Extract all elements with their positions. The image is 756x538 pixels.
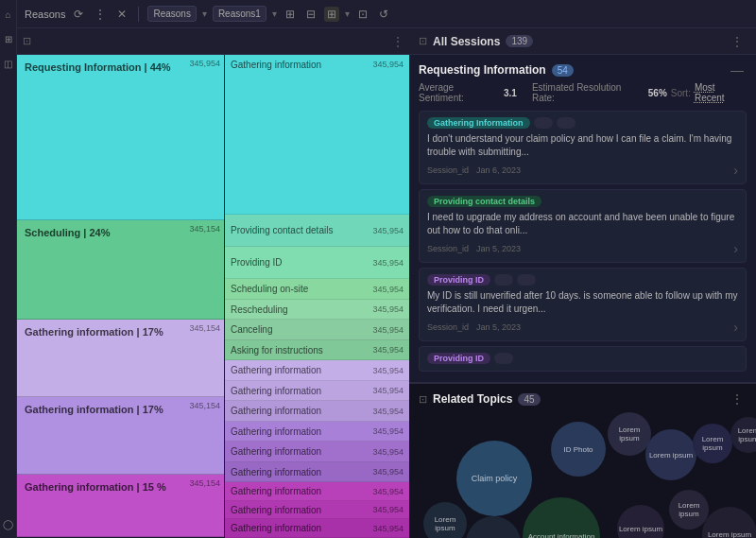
bubble-lorem1[interactable]: Lorem ipsum (608, 412, 651, 456)
session-card[interactable]: Providing ID (419, 346, 747, 372)
grid-view-icon[interactable]: ⊟ (303, 8, 318, 21)
bubble-claim-policy[interactable]: Claim policy (456, 441, 532, 516)
treemap-left-column: Requesting Information | 44% 345,954 Sch… (17, 55, 225, 538)
treemap-link-icon[interactable]: ⊡ (23, 35, 31, 47)
block-label-scheduling: Scheduling | 24% (25, 226, 111, 239)
bubble-lorem2[interactable]: Lorem ipsum (645, 429, 696, 480)
bubble-lorem4[interactable]: Lorem ipsum (730, 417, 756, 453)
sessions-count-badge: 139 (506, 35, 533, 47)
block-value-requesting: 345,954 (189, 59, 220, 68)
reset-icon[interactable]: ↺ (376, 8, 391, 21)
table-row[interactable]: Gathering information 345,954 (225, 422, 409, 442)
card-tag-extra1 (534, 117, 553, 129)
bubble-account-info[interactable]: Account information (523, 497, 600, 538)
bubble-lorem9[interactable]: Lorem ipsum (669, 490, 709, 529)
resolution-label: Estimated Resolution Rate: (532, 82, 644, 103)
sort-value[interactable]: Most Recent (695, 82, 747, 103)
bubble-lorem6[interactable]: Lorem ipsum (423, 502, 467, 538)
grid-dropdown-arrow: ▾ (345, 9, 350, 19)
home-icon[interactable]: ⌂ (2, 8, 15, 21)
sessions-link-icon[interactable]: ⊡ (419, 35, 427, 47)
table-row[interactable]: Gathering information 345,954 (225, 55, 409, 215)
session-card[interactable]: Gathering Information I don't understand… (419, 111, 747, 184)
grid-icon[interactable]: ⊞ (2, 32, 15, 45)
card-bottom-2: Session_id Jan 5, 2023 › (427, 241, 738, 256)
toolbar: Reasons ⟳ ⋮ ✕ Reasons ▾ Reasons1 ▾ ⊞ ⊟ ⊞… (17, 0, 756, 28)
block-label-gathering2: Gathering information | 17% (25, 403, 163, 416)
table-row[interactable]: Gathering information 345,954 (225, 442, 409, 461)
requesting-info-section: Requesting Information 54 — Average Sent… (409, 55, 756, 383)
resolution-value: 56% (648, 88, 667, 98)
table-row[interactable]: Asking for instructions 345,954 (225, 340, 409, 360)
ri-count-badge: 54 (552, 64, 574, 77)
session-card[interactable]: Providing ID My ID is still unverified a… (419, 268, 747, 341)
card-bottom-1: Session_id Jan 6, 2023 › (427, 163, 738, 178)
table-row[interactable]: Providing contact details 345,954 (225, 215, 409, 247)
card-arrow-1[interactable]: › (733, 163, 738, 178)
filter-icon[interactable]: ⊞ (283, 8, 298, 21)
row-label: Gathering information (231, 523, 369, 533)
user-icon[interactable]: ◯ (2, 517, 15, 530)
row-value: 345,954 (372, 426, 404, 436)
card-arrow-3[interactable]: › (733, 320, 738, 335)
table-row[interactable]: Gathering information 345,954 (225, 381, 409, 401)
session-card[interactable]: Providing contact details I need to upgr… (419, 189, 747, 263)
treemap-block-gathering2[interactable]: Gathering information | 17% 345,154 (17, 397, 224, 475)
bubble-lorem10[interactable]: Lorem ipsum (702, 507, 756, 538)
dropdown-reasons[interactable]: Reasons (147, 6, 196, 22)
row-value: 345,954 (372, 505, 404, 514)
bubble-lorem3[interactable]: Lorem ipsum (693, 424, 732, 463)
card-tag-extra4 (517, 274, 536, 286)
card-top: Providing ID (427, 353, 738, 364)
toolbar-sync-icon[interactable]: ⟳ (71, 8, 86, 21)
block-label-requesting: Requesting Information | 44% (25, 61, 171, 74)
treemap-block-requesting[interactable]: Requesting Information | 44% 345,954 (17, 55, 224, 220)
table-row[interactable]: Providing ID 345,954 (225, 247, 409, 279)
layers-icon[interactable]: ◫ (2, 57, 15, 70)
row-value: 345,954 (372, 325, 404, 335)
content-area: ⊡ ⋮ Requesting Information | 44% 345,954… (17, 28, 756, 538)
treemap-more-icon[interactable]: ⋮ (392, 35, 404, 48)
table-row[interactable]: Gathering information 345,954 (225, 482, 409, 501)
row-value: 345,954 (372, 487, 404, 496)
bubble-id-photo[interactable]: ID Photo (551, 422, 606, 477)
related-overflow-btn[interactable]: ⋮ (728, 391, 747, 407)
toolbar-more-icon[interactable]: ⋮ (92, 8, 109, 21)
related-title: Related Topics (433, 392, 512, 406)
row-value: 345,954 (372, 467, 404, 477)
bubble-lorem7[interactable]: Lorem ipsum (466, 516, 521, 538)
toolbar-label: Reasons (25, 9, 65, 20)
dropdown-reasons1[interactable]: Reasons1 (213, 6, 266, 22)
sort-label: Sort: (671, 88, 691, 98)
table-row[interactable]: Canceling 345,954 (225, 320, 409, 339)
toolbar-close-icon[interactable]: ✕ (114, 8, 129, 21)
block-label-gathering1: Gathering information | 17% (25, 325, 163, 338)
table-row[interactable]: Gathering information 345,954 (225, 462, 409, 482)
ri-overflow-btn[interactable]: — (728, 62, 747, 78)
related-link-icon[interactable]: ⊡ (419, 393, 427, 406)
sessions-overflow-btn[interactable]: ⋮ (728, 34, 747, 49)
block-value-gathering1: 345,154 (189, 323, 220, 333)
row-label: Gathering information (231, 406, 369, 416)
table-row[interactable]: Scheduling on-site 345,954 (225, 279, 409, 299)
active-grid-icon[interactable]: ⊞ (324, 7, 339, 22)
link-icon[interactable]: ⊡ (355, 8, 370, 21)
treemap-block-gathering1[interactable]: Gathering information | 17% 345,154 (17, 320, 224, 397)
table-row[interactable]: Rescheduling 345,954 (225, 300, 409, 320)
table-row[interactable]: Gathering information 345,954 (225, 360, 409, 380)
card-tag-providing-contact: Providing contact details (427, 196, 541, 207)
table-row[interactable]: Gathering information 345,954 (225, 401, 409, 421)
table-row[interactable]: Gathering information 345,954 (225, 501, 409, 520)
row-value: 345,954 (372, 285, 404, 294)
treemap-block-scheduling[interactable]: Scheduling | 24% 345,154 (17, 220, 224, 320)
card-tag-extra5 (494, 353, 513, 364)
bubble-lorem8[interactable]: Lorem ipsum (617, 505, 664, 538)
row-label: Gathering information (231, 505, 369, 515)
treemap-block-gathering3[interactable]: Gathering information | 15 % 345,154 (17, 475, 224, 537)
table-row[interactable]: Gathering information 345,954 (225, 519, 409, 538)
card-arrow-2[interactable]: › (733, 241, 738, 256)
card-tag-extra3 (494, 274, 513, 286)
row-value: 345,954 (372, 386, 404, 395)
session-id-1: Session_id (427, 165, 469, 175)
row-value: 345,954 (372, 366, 404, 375)
